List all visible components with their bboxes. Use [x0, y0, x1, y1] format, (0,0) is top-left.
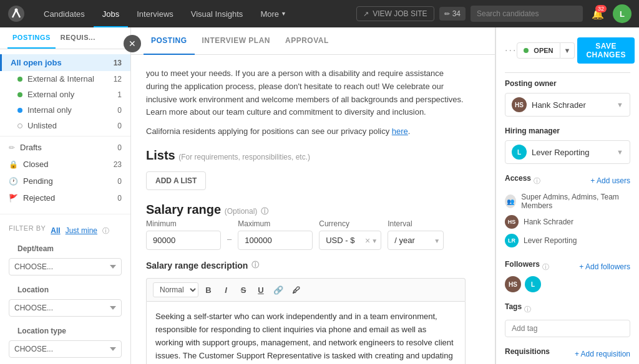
sidebar-item-int-only[interactable]: Internal only 0 — [0, 102, 130, 118]
access-item-lever: LR Lever Reporting — [505, 231, 630, 250]
nav-more[interactable]: More ▼ — [251, 0, 295, 27]
bold-btn[interactable]: B — [201, 282, 216, 297]
hiring-manager-name: Lever Reporting — [532, 148, 590, 157]
user-avatar[interactable]: L — [613, 4, 632, 23]
strikethrough-btn[interactable]: S — [236, 282, 251, 297]
hank-avatar: HS — [505, 215, 519, 229]
link-btn[interactable]: 🔗 — [271, 282, 286, 297]
dash-separator: – — [227, 234, 232, 244]
app-logo[interactable] — [7, 5, 25, 22]
chevron-down-icon: ▼ — [617, 148, 623, 156]
flag-icon: 🚩 — [9, 194, 18, 203]
salary-desc-heading: Salary range description ⓘ — [146, 260, 466, 271]
nav-jobs[interactable]: Jobs — [94, 0, 128, 27]
save-changes-btn[interactable]: SAVE CHANGES — [577, 37, 635, 64]
external-link-icon: ↗ — [363, 10, 369, 18]
add-users-link[interactable]: + Add users — [590, 176, 630, 185]
tab-requisitions[interactable]: REQUIS... — [56, 27, 100, 49]
nav-visual-insights[interactable]: Visual Insights — [182, 0, 252, 27]
open-status-btn[interactable]: OPEN — [517, 42, 560, 59]
salary-heading: Salary range (Optional) ⓘ — [146, 203, 466, 217]
salary-info-icon[interactable]: ⓘ — [261, 207, 268, 216]
interval-label: Interval — [388, 219, 444, 228]
posting-owner-avatar: HS — [512, 97, 527, 112]
chevron-down-icon: ▼ — [617, 101, 623, 108]
sidebar-item-pending[interactable]: 🕐 Pending 0 — [0, 173, 130, 189]
currency-label: Currency — [319, 219, 381, 228]
access-item-admins: 👥 Super Admins, Admins, Team Members — [505, 190, 630, 213]
posting-owner-title: Posting owner — [505, 79, 630, 88]
location-type-select[interactable]: CHOOSE... — [9, 340, 122, 358]
privacy-link[interactable]: here — [392, 127, 408, 136]
editor-area[interactable]: Seeking a self-starter who can work inde… — [146, 301, 466, 364]
add-followers-link[interactable]: + Add followers — [579, 262, 630, 271]
sidebar-item-unlisted[interactable]: Unlisted 0 — [0, 118, 130, 133]
sidebar-item-drafts[interactable]: ✏ Drafts 0 — [0, 139, 130, 156]
maximum-label: Maximum — [238, 219, 313, 228]
dept-team-select[interactable]: CHOOSE... — [9, 258, 122, 275]
maximum-input[interactable] — [238, 231, 313, 250]
filter-info-icon: ⓘ — [102, 226, 109, 236]
add-list-btn[interactable]: ADD A LIST — [146, 171, 206, 190]
sidebar-label-all-open: All open jobs — [11, 58, 62, 67]
followers-info-icon: ⓘ — [542, 262, 549, 272]
sidebar-item-ext-int[interactable]: External & Internal 12 — [0, 71, 130, 87]
salary-desc-info-icon[interactable]: ⓘ — [251, 260, 259, 271]
location-label: Location — [9, 280, 122, 297]
access-title: Access — [505, 174, 531, 183]
interval-select[interactable]: / year — [388, 231, 444, 250]
svg-point-1 — [15, 9, 18, 12]
underline-btn[interactable]: U — [253, 282, 268, 297]
open-status-dropdown-btn[interactable]: ▼ — [560, 42, 575, 59]
followers-row: HS L — [505, 276, 630, 292]
lock-icon: 🔒 — [9, 160, 18, 169]
view-job-site-btn[interactable]: ↗ VIEW JOB SITE — [356, 6, 434, 21]
posting-owner-row[interactable]: HS Hank Schrader ▼ — [505, 93, 630, 117]
tab-postings[interactable]: POSTINGS — [7, 27, 56, 49]
blue-dot-icon — [17, 108, 22, 113]
sidebar-item-rejected[interactable]: 🚩 Rejected 0 — [0, 189, 130, 206]
sidebar: ✕ POSTINGS REQUIS... All open jobs 13 Ex… — [0, 27, 131, 364]
more-options-btn[interactable]: ··· — [505, 45, 517, 56]
minimum-input[interactable] — [146, 231, 221, 250]
lists-heading: Lists (For requirements, responsibilitie… — [146, 148, 466, 163]
tags-title: Tags — [505, 302, 522, 311]
search-input[interactable] — [471, 6, 583, 22]
dept-team-label: Dept/team — [9, 239, 122, 256]
currency-clear-icon[interactable]: × — [365, 236, 370, 246]
followers-title: Followers — [505, 260, 540, 269]
minimum-label: Minimum — [146, 219, 221, 228]
sidebar-item-closed[interactable]: 🔒 Closed 23 — [0, 156, 130, 173]
currency-select[interactable]: USD - $ — [319, 231, 381, 250]
hiring-manager-title: Hiring manager — [505, 127, 630, 135]
gray-dot-icon — [17, 123, 22, 128]
edit-count-btn[interactable]: ✏ 34 — [439, 7, 466, 21]
tab-approval[interactable]: APPROVAL — [278, 27, 336, 55]
tab-posting[interactable]: POSTING — [144, 27, 195, 55]
filter-just-mine-link[interactable]: Just mine — [66, 226, 97, 235]
nav-interviews[interactable]: Interviews — [128, 0, 182, 27]
nav-candidates[interactable]: Candidates — [35, 0, 94, 27]
tab-interview-plan[interactable]: INTERVIEW PLAN — [195, 27, 278, 55]
svg-point-0 — [8, 6, 24, 22]
chevron-down-icon: ▼ — [281, 11, 286, 17]
hiring-manager-row[interactable]: L Lever Reporting ▼ — [505, 140, 630, 164]
notifications-btn[interactable]: 🔔 32 — [588, 4, 608, 24]
italic-btn[interactable]: I — [218, 282, 233, 297]
add-requisition-link[interactable]: + Add requisition — [575, 350, 630, 358]
tag-input[interactable] — [505, 320, 630, 337]
follower-avatar-hs: HS — [505, 276, 521, 292]
sidebar-item-ext-only[interactable]: External only 1 — [0, 87, 130, 102]
pencil-icon: ✏ — [9, 143, 15, 152]
location-select[interactable]: CHOOSE... — [9, 299, 122, 317]
filter-all-link[interactable]: All — [51, 226, 60, 235]
format-select[interactable]: Normal — [153, 282, 198, 297]
clear-format-btn[interactable]: 🖊 — [288, 282, 303, 297]
green-dot-icon — [17, 77, 22, 82]
green-dot-icon — [17, 92, 22, 97]
top-nav: Candidates Jobs Interviews Visual Insigh… — [0, 0, 639, 27]
sidebar-item-all-open[interactable]: All open jobs 13 — [0, 54, 130, 71]
follower-avatar-l: L — [525, 276, 541, 292]
tags-info-icon: ⓘ — [524, 305, 531, 314]
clock-icon: 🕐 — [9, 177, 18, 186]
